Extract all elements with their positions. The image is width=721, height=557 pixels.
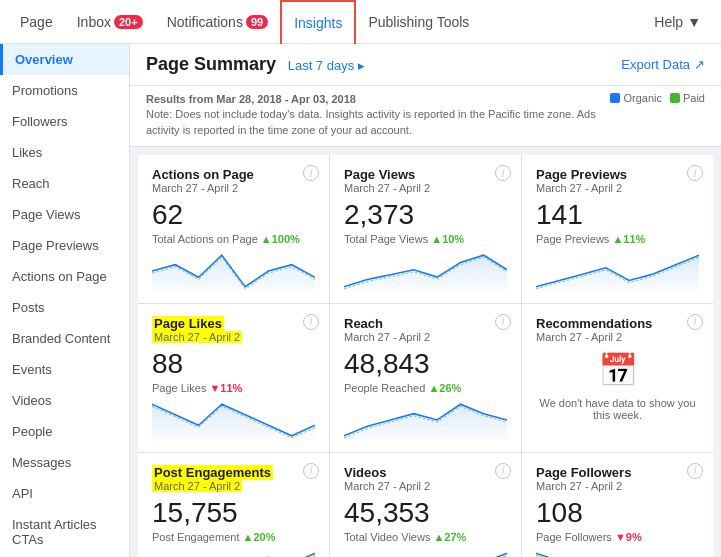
sidebar-item-followers[interactable]: Followers [0,106,129,137]
sidebar-item-posts[interactable]: Posts [0,292,129,323]
summary-title: Page Summary [146,54,276,74]
card-title: Recommendations [536,316,699,331]
card-value: 108 [536,498,699,529]
card-title-text: Actions on Page [152,167,254,182]
info-icon[interactable]: i [687,463,703,479]
sidebar-item-reach[interactable]: Reach [0,168,129,199]
help-label: Help [654,14,683,30]
info-icon[interactable]: i [303,165,319,181]
card-title: Videos [344,465,507,480]
card-subtitle: Total Actions on Page ▲100% [152,233,315,245]
card-page-views: Page Views March 27 - April 2 i 2,373 To… [330,155,521,303]
info-icon[interactable]: i [303,314,319,330]
card-period: March 27 - April 2 [536,480,699,492]
main-content: Page Summary Last 7 days ▸ Export Data ↗… [130,44,721,557]
export-data-button[interactable]: Export Data ↗ [621,57,705,72]
card-title-text: Recommendations [536,316,652,331]
summary-period[interactable]: Last 7 days ▸ [288,58,365,73]
sidebar-item-branded-content[interactable]: Branded Content [0,323,129,354]
mini-chart [344,251,507,291]
card-page-likes: Page Likes March 27 - April 2 i 88 Page … [138,304,329,452]
info-icon[interactable]: i [495,463,511,479]
card-videos: Videos March 27 - April 2 i 45,353 Total… [330,453,521,557]
card-value: 2,373 [344,200,507,231]
card-title-text: Videos [344,465,386,480]
card-period: March 27 - April 2 [536,331,699,343]
card-subtitle: Page Likes ▼11% [152,382,315,394]
nav-notifications-label: Notifications [167,14,243,30]
info-icon[interactable]: i [495,314,511,330]
sidebar-item-page-views[interactable]: Page Views [0,199,129,230]
info-icon[interactable]: i [687,165,703,181]
card-title-text: Page Previews [536,167,627,182]
info-icon[interactable]: i [495,165,511,181]
organic-color-dot [610,93,620,103]
sidebar-item-messages[interactable]: Messages [0,447,129,478]
card-subtitle: Page Previews ▲11% [536,233,699,245]
sidebar-item-overview[interactable]: Overview [0,44,129,75]
summary-header: Page Summary Last 7 days ▸ Export Data ↗ [130,44,721,86]
paid-color-dot [670,93,680,103]
card-value: 88 [152,349,315,380]
card-trend: ▲26% [428,382,461,394]
nav-insights-label: Insights [294,15,342,31]
card-page-previews: Page Previews March 27 - April 2 i 141 P… [522,155,713,303]
card-trend: ▲100% [261,233,300,245]
organic-label: Organic [623,92,662,104]
card-period: March 27 - April 2 [536,182,699,194]
sidebar-item-events[interactable]: Events [0,354,129,385]
nav-insights[interactable]: Insights [280,0,356,44]
info-icon[interactable]: i [303,463,319,479]
mini-chart [152,251,315,291]
card-period: March 27 - April 2 [152,331,315,343]
card-period: March 27 - April 2 [344,480,507,492]
sidebar-item-videos[interactable]: Videos [0,385,129,416]
top-navigation: Page Inbox 20+ Notifications 99 Insights… [0,0,721,44]
card-title-text: Page Followers [536,465,631,480]
note-detail: Note: Does not include today's data. Ins… [146,108,596,135]
chevron-down-icon: ▼ [687,14,701,30]
card-title-highlight: Page Likes [152,316,224,331]
mini-chart [152,549,315,557]
card-title: Page Previews [536,167,699,182]
nav-inbox-label: Inbox [77,14,111,30]
card-reach: Reach March 27 - April 2 i 48,843 People… [330,304,521,452]
summary-title-area: Page Summary Last 7 days ▸ [146,54,365,75]
card-title-text: Reach [344,316,383,331]
sidebar-item-people[interactable]: People [0,416,129,447]
legend-paid: Paid [670,92,705,104]
sidebar-item-likes[interactable]: Likes [0,137,129,168]
info-icon[interactable]: i [687,314,703,330]
card-title: Page Likes [152,316,315,331]
card-subtitle: Post Engagement ▲20% [152,531,315,543]
note-text: Results from Mar 28, 2018 - Apr 03, 2018… [146,92,598,138]
card-period: March 27 - April 2 [152,182,315,194]
help-button[interactable]: Help ▼ [642,14,713,30]
card-value: 45,353 [344,498,507,529]
sidebar-item-promotions[interactable]: Promotions [0,75,129,106]
card-post-engagements: Post Engagements March 27 - April 2 i 15… [138,453,329,557]
inbox-badge: 20+ [114,15,143,29]
main-layout: OverviewPromotionsFollowersLikesReachPag… [0,44,721,557]
nav-publishing-tools[interactable]: Publishing Tools [356,0,481,44]
card-trend: ▲20% [243,531,276,543]
mini-chart [344,549,507,557]
nav-page[interactable]: Page [8,0,65,44]
card-trend: ▲10% [431,233,464,245]
card-period: March 27 - April 2 [344,331,507,343]
export-icon: ↗ [694,57,705,72]
sidebar-item-page-previews[interactable]: Page Previews [0,230,129,261]
cards-grid: Actions on Page March 27 - April 2 i 62 … [138,155,713,557]
sidebar-item-actions-on-page[interactable]: Actions on Page [0,261,129,292]
card-title-highlight: Post Engagements [152,465,273,480]
card-period: March 27 - April 2 [152,480,315,492]
nav-notifications[interactable]: Notifications 99 [155,0,281,44]
sidebar-item-instant-articles-ctas[interactable]: Instant Articles CTAs [0,509,129,555]
no-data-icon: 📅 [536,351,699,389]
nav-inbox[interactable]: Inbox 20+ [65,0,155,44]
sidebar-item-api[interactable]: API [0,478,129,509]
nav-page-label: Page [20,14,53,30]
card-actions-on-page: Actions on Page March 27 - April 2 i 62 … [138,155,329,303]
card-page-followers: Page Followers March 27 - April 2 i 108 … [522,453,713,557]
card-subtitle: Page Followers ▼9% [536,531,699,543]
